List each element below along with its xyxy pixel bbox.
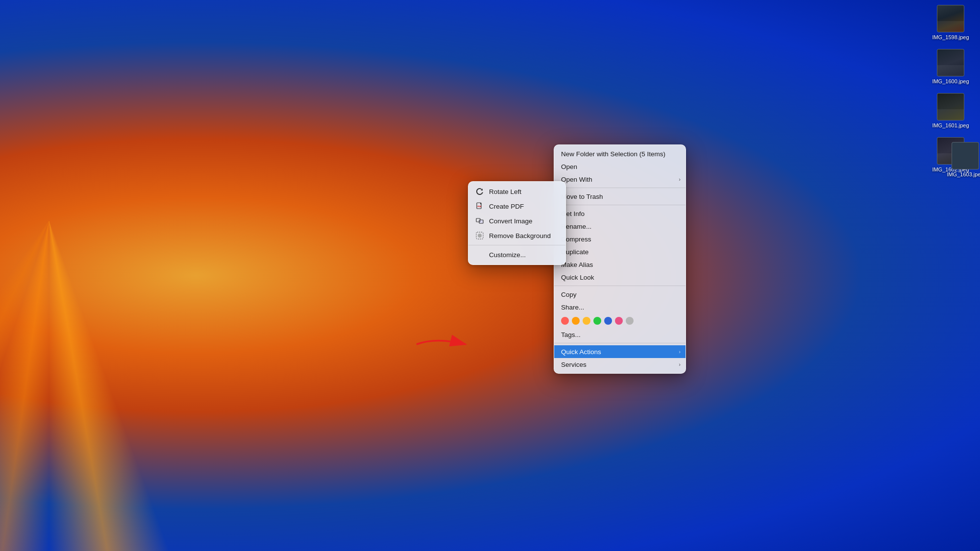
menu-item-make-alias-label: Make Alias	[561, 261, 593, 268]
tag-blue[interactable]	[604, 317, 612, 325]
desktop-icon-img1601[interactable]: IMG_1601.jpeg	[931, 93, 970, 128]
menu-item-copy[interactable]: Copy	[554, 288, 686, 301]
desktop-icon-img1603-partial[interactable]: IMG_1603.jpeg	[946, 142, 980, 177]
desktop-icon-img1600[interactable]: IMG_1600.jpeg	[931, 49, 970, 84]
desktop-icon-label-img1598: IMG_1598.jpeg	[932, 34, 969, 40]
menu-item-quick-look[interactable]: Quick Look	[554, 271, 686, 284]
menu-item-new-folder-label: New Folder with Selection (5 Items)	[561, 150, 665, 158]
submenu-item-convert-image-label: Convert Image	[489, 217, 533, 225]
menu-item-tags-label: Tags...	[561, 331, 581, 338]
menu-item-get-info[interactable]: Get Info	[554, 207, 686, 220]
tag-red[interactable]	[561, 317, 569, 325]
menu-item-share[interactable]: Share...	[554, 301, 686, 313]
quick-actions-chevron-icon: ›	[679, 349, 681, 355]
menu-item-tags[interactable]: Tags...	[554, 328, 686, 341]
menu-item-quick-actions[interactable]: Quick Actions ›	[554, 345, 686, 358]
menu-item-duplicate[interactable]: Duplicate	[554, 245, 686, 258]
customize-icon	[475, 250, 484, 259]
tag-green[interactable]	[593, 317, 601, 325]
create-pdf-icon: PDF	[475, 202, 484, 211]
convert-image-icon	[475, 216, 484, 225]
svg-rect-3	[479, 220, 483, 223]
submenu-separator	[468, 245, 565, 245]
desktop-icon-label-img1601: IMG_1601.jpeg	[932, 122, 969, 128]
desktop-icon-label-img1603: IMG_1603.jpeg	[947, 171, 980, 177]
open-with-chevron-icon: ›	[679, 176, 681, 182]
submenu-item-rotate-left-label: Rotate Left	[489, 188, 521, 195]
menu-item-quick-look-label: Quick Look	[561, 274, 594, 281]
desktop-background	[0, 0, 980, 551]
menu-item-copy-label: Copy	[561, 291, 577, 298]
menu-item-open-label: Open	[561, 163, 577, 170]
menu-item-compress[interactable]: Compress	[554, 233, 686, 245]
separator-3	[554, 286, 686, 286]
submenu-item-rotate-left[interactable]: Rotate Left	[468, 184, 565, 199]
menu-item-make-alias[interactable]: Make Alias	[554, 258, 686, 271]
quick-actions-submenu: Rotate Left PDF Create PDF Convert Image	[468, 181, 566, 265]
menu-item-rename[interactable]: Rename...	[554, 220, 686, 233]
submenu-item-create-pdf[interactable]: PDF Create PDF	[468, 199, 565, 214]
menu-item-share-label: Share...	[561, 304, 584, 311]
submenu-item-remove-background[interactable]: Remove Background	[468, 228, 565, 243]
rotate-left-icon	[475, 187, 484, 196]
menu-item-quick-actions-label: Quick Actions	[561, 348, 601, 356]
menu-item-move-to-trash-label: Move to Trash	[561, 193, 603, 200]
submenu-item-convert-image[interactable]: Convert Image	[468, 214, 565, 228]
desktop-icon-img1598[interactable]: IMG_1598.jpeg	[931, 5, 970, 40]
arrow-annotation	[412, 332, 475, 359]
submenu-item-create-pdf-label: Create PDF	[489, 203, 524, 210]
menu-item-open[interactable]: Open	[554, 160, 686, 173]
svg-text:PDF: PDF	[478, 205, 482, 208]
menu-item-open-with[interactable]: Open With ›	[554, 173, 686, 186]
tag-yellow[interactable]	[583, 317, 590, 325]
tags-color-row	[554, 313, 686, 328]
menu-item-new-folder[interactable]: New Folder with Selection (5 Items)	[554, 147, 686, 160]
menu-item-services-label: Services	[561, 361, 587, 368]
remove-background-icon	[475, 231, 484, 240]
separator-1	[554, 188, 686, 188]
separator-4	[554, 343, 686, 343]
separator-2	[554, 205, 686, 205]
submenu-item-customize-label: Customize...	[489, 251, 526, 259]
menu-item-open-with-label: Open With	[561, 176, 592, 183]
menu-item-services[interactable]: Services ›	[554, 358, 686, 371]
tag-orange[interactable]	[572, 317, 580, 325]
svg-point-5	[478, 234, 482, 238]
services-chevron-icon: ›	[679, 361, 681, 367]
menu-item-move-to-trash[interactable]: Move to Trash	[554, 190, 686, 203]
context-menu: New Folder with Selection (5 Items) Open…	[554, 144, 686, 374]
submenu-item-customize[interactable]: Customize...	[468, 247, 565, 262]
tag-gray[interactable]	[626, 317, 634, 325]
submenu-item-remove-background-label: Remove Background	[489, 232, 551, 240]
desktop-icon-label-img1600: IMG_1600.jpeg	[932, 78, 969, 84]
tag-pink[interactable]	[615, 317, 623, 325]
